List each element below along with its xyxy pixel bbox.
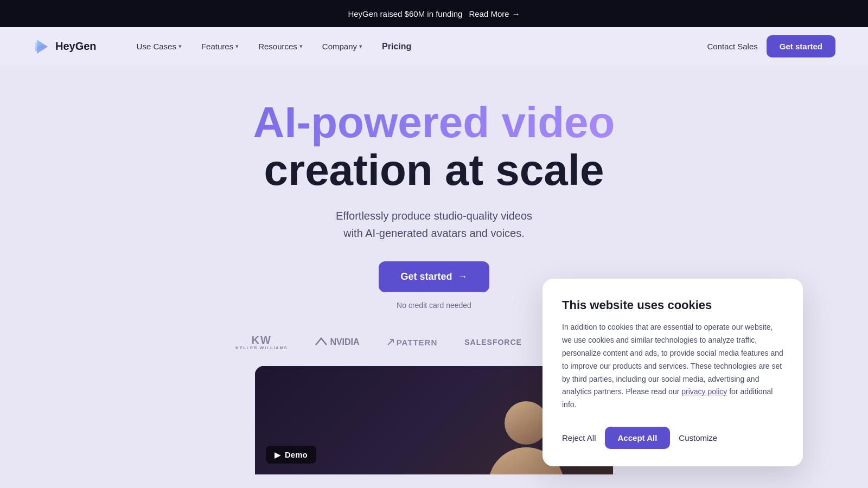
nav-links: Use Cases ▾ Features ▾ Resources ▾ Compa… (129, 37, 707, 56)
cookie-actions: Reject All Accept All Customize (562, 427, 783, 449)
demo-badge[interactable]: ▶ Demo (266, 446, 316, 464)
nav-pricing[interactable]: Pricing (374, 37, 419, 56)
cookie-title: This website uses cookies (562, 298, 783, 312)
hero-title-plain: creation at scale (264, 146, 604, 194)
accept-all-button[interactable]: Accept All (605, 427, 671, 449)
nvidia-logo: NVIDIA (315, 337, 359, 347)
salesforce-logo: salesforce (464, 338, 522, 346)
chevron-down-icon: ▾ (359, 43, 362, 50)
chevron-down-icon: ▾ (299, 43, 303, 50)
nav-right: Contact Sales Get started (707, 35, 835, 57)
customize-button[interactable]: Customize (679, 428, 717, 448)
svg-line-2 (388, 339, 393, 345)
nav-resources[interactable]: Resources ▾ (251, 37, 310, 55)
pattern-logo: pattern (387, 338, 438, 347)
privacy-policy-link[interactable]: privacy policy (681, 387, 727, 396)
chevron-down-icon: ▾ (178, 43, 182, 50)
contact-sales-link[interactable]: Contact Sales (707, 42, 757, 51)
logo-link[interactable]: HeyGen (33, 37, 97, 56)
banner-text: HeyGen raised $60M in funding (348, 9, 462, 18)
get-started-nav-button[interactable]: Get started (767, 35, 835, 57)
heygen-logo-icon (33, 37, 51, 56)
chevron-down-icon: ▾ (235, 43, 239, 50)
play-icon: ▶ (275, 451, 280, 459)
top-banner: HeyGen raised $60M in funding Read More … (0, 0, 868, 27)
cookie-body: In addition to cookies that are essentia… (562, 321, 783, 412)
read-more-link[interactable]: Read More → (469, 9, 520, 18)
cookie-popup: This website uses cookies In addition to… (542, 279, 803, 466)
hero-title: AI-powered video creation at scale (11, 99, 857, 194)
reject-all-button[interactable]: Reject All (562, 428, 596, 448)
demo-label: Demo (285, 450, 308, 459)
kw-logo: kw KELLER WILLIAMS (235, 335, 288, 350)
navbar: HeyGen Use Cases ▾ Features ▾ Resources … (0, 27, 868, 66)
nav-company[interactable]: Company ▾ (315, 37, 370, 55)
nav-features[interactable]: Features ▾ (194, 37, 246, 55)
nav-use-cases[interactable]: Use Cases ▾ (129, 37, 189, 55)
hero-title-gradient: AI-powered video (253, 98, 615, 146)
logo-text: HeyGen (55, 40, 97, 53)
hero-get-started-button[interactable]: Get started → (379, 261, 489, 292)
hero-subtitle: Effortlessly produce studio-quality vide… (11, 207, 857, 242)
